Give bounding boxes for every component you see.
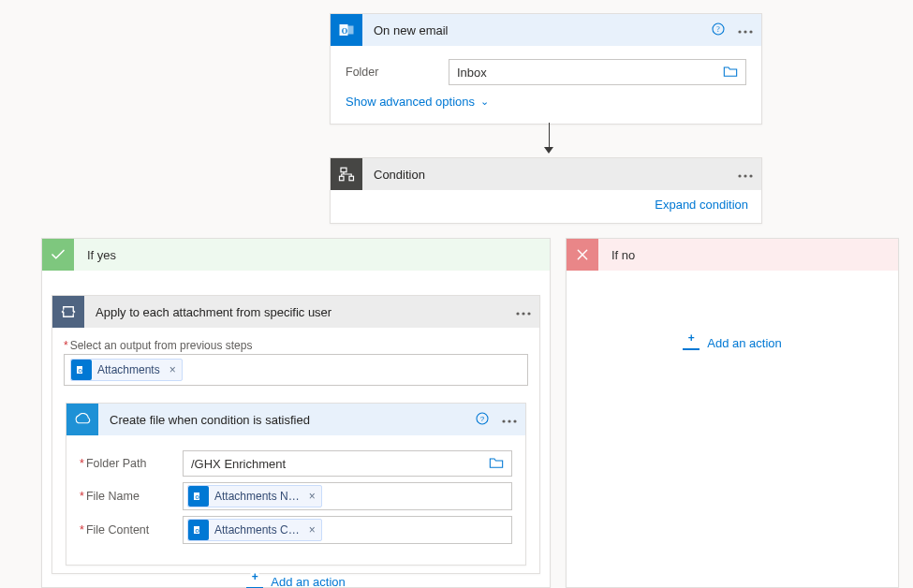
add-action-label: Add an action <box>707 336 782 350</box>
svg-text:O: O <box>79 368 83 374</box>
folder-input[interactable]: Inbox <box>449 59 746 85</box>
if-yes-panel: If yes Apply to each attachment from spe… <box>41 238 551 588</box>
svg-text:O: O <box>196 494 200 500</box>
check-icon <box>42 239 74 271</box>
svg-point-21 <box>502 419 505 422</box>
more-icon[interactable] <box>737 23 754 37</box>
trigger-title: On new email <box>362 23 711 37</box>
token-remove-icon[interactable]: × <box>166 363 176 376</box>
show-advanced-link[interactable]: Show advanced options ⌄ <box>346 91 489 110</box>
select-output-label: *Select an output from previous steps <box>64 339 528 352</box>
token-label: Attachments <box>97 363 160 376</box>
create-file-header[interactable]: Create file when condition is satisfied … <box>66 404 525 435</box>
token-remove-icon[interactable]: × <box>305 523 316 537</box>
if-no-panel: If no Add an action <box>566 238 899 588</box>
add-action-icon <box>246 576 263 589</box>
outlook-mini-icon: O <box>188 486 209 507</box>
foreach-body: *Select an output from previous steps O … <box>52 328 539 573</box>
svg-text:?: ? <box>480 415 485 423</box>
svg-point-22 <box>508 419 510 422</box>
svg-text:O: O <box>196 528 200 534</box>
svg-point-5 <box>738 30 741 33</box>
file-content-label: *File Content <box>80 523 183 537</box>
chevron-down-icon: ⌄ <box>480 96 489 108</box>
condition-title: Condition <box>362 168 737 182</box>
expand-condition-link[interactable]: Expand condition <box>655 198 748 212</box>
trigger-body: Folder Inbox Show advanced options ⌄ <box>331 46 761 124</box>
onedrive-icon <box>66 404 98 435</box>
loop-icon <box>52 296 84 328</box>
folder-picker-icon[interactable] <box>723 65 738 81</box>
add-action-button[interactable]: Add an action <box>246 575 346 588</box>
if-yes-title: If yes <box>74 248 116 262</box>
folder-path-input[interactable]: /GHX Enrichment <box>183 450 512 477</box>
token-label: Attachments N… <box>214 490 300 503</box>
condition-icon <box>331 158 362 190</box>
token-remove-icon[interactable]: × <box>305 490 316 503</box>
file-content-input[interactable]: O Attachments C… × <box>183 516 512 544</box>
foreach-header[interactable]: Apply to each attachment from specific u… <box>52 296 539 328</box>
create-file-body: *Folder Path /GHX Enrichment *File Name <box>66 435 525 565</box>
if-no-title: If no <box>598 248 635 262</box>
attachments-token[interactable]: O Attachments × <box>70 359 183 381</box>
add-action-label: Add an action <box>271 575 346 588</box>
svg-point-16 <box>527 312 530 315</box>
trigger-card: O On new email ? Folder Inbox <box>330 13 762 125</box>
svg-rect-10 <box>349 176 354 181</box>
create-file-title: Create file when condition is satisfied <box>98 413 475 427</box>
outlook-mini-icon: O <box>188 520 209 540</box>
svg-point-11 <box>738 174 741 177</box>
svg-point-12 <box>744 174 746 177</box>
close-icon <box>567 239 598 271</box>
outlook-mini-icon: O <box>71 360 92 380</box>
file-name-input[interactable]: O Attachments N… × <box>183 482 512 510</box>
folder-value: Inbox <box>457 66 487 80</box>
svg-rect-8 <box>341 168 346 172</box>
help-icon[interactable]: ? <box>475 411 490 429</box>
add-action-icon <box>683 337 699 350</box>
more-icon[interactable] <box>737 168 754 182</box>
outlook-icon: O <box>331 14 362 46</box>
svg-point-14 <box>516 312 519 315</box>
svg-point-15 <box>522 312 524 315</box>
folder-path-label: *Folder Path <box>80 457 183 470</box>
condition-body: Expand condition <box>331 190 761 223</box>
file-name-label: *File Name <box>80 490 183 503</box>
help-icon[interactable]: ? <box>711 22 726 39</box>
more-icon[interactable] <box>515 305 532 319</box>
svg-text:O: O <box>342 27 348 36</box>
condition-header[interactable]: Condition <box>331 158 761 190</box>
connector-arrow <box>544 123 553 154</box>
foreach-card: Apply to each attachment from specific u… <box>52 295 540 574</box>
folder-label: Folder <box>346 66 449 79</box>
more-icon[interactable] <box>501 413 518 427</box>
create-file-card: Create file when condition is satisfied … <box>66 403 526 566</box>
token-label: Attachments C… <box>214 523 300 537</box>
flow-designer-canvas: O On new email ? Folder Inbox <box>0 0 913 588</box>
trigger-header[interactable]: O On new email ? <box>331 14 761 46</box>
svg-rect-9 <box>340 176 345 181</box>
if-no-header[interactable]: If no <box>567 239 898 271</box>
svg-point-7 <box>749 30 752 33</box>
folder-path-value: /GHX Enrichment <box>191 457 286 471</box>
condition-card: Condition Expand condition <box>330 157 762 224</box>
svg-point-6 <box>744 30 746 33</box>
foreach-input[interactable]: O Attachments × <box>64 354 528 386</box>
svg-point-23 <box>513 419 516 422</box>
show-advanced-label: Show advanced options <box>346 95 475 109</box>
foreach-title: Apply to each attachment from specific u… <box>84 305 515 319</box>
if-yes-header[interactable]: If yes <box>42 239 550 271</box>
file-name-token[interactable]: O Attachments N… × <box>187 485 322 507</box>
svg-text:?: ? <box>716 25 720 34</box>
folder-picker-icon[interactable] <box>489 456 504 472</box>
add-action-button[interactable]: Add an action <box>683 336 782 350</box>
file-content-token[interactable]: O Attachments C… × <box>187 519 322 541</box>
svg-point-13 <box>749 174 752 177</box>
